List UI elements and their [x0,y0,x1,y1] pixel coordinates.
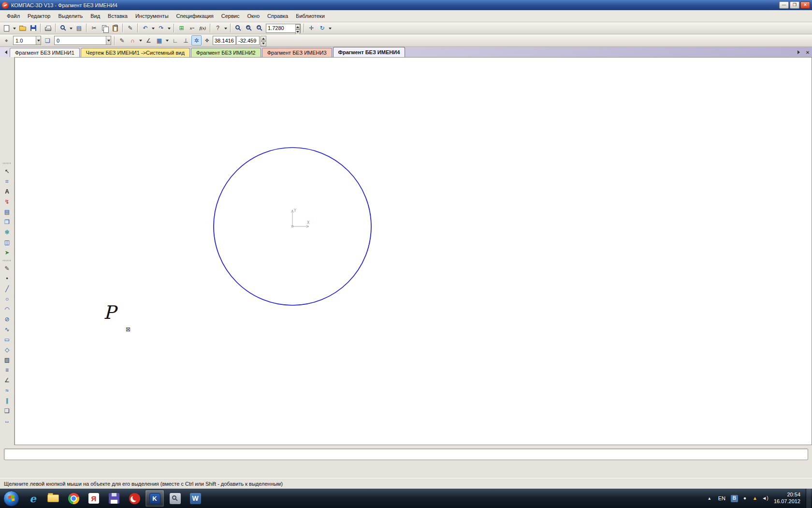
menu-select[interactable]: Выделить [54,11,87,21]
print-button[interactable] [43,23,53,33]
zoom-input[interactable] [266,25,295,32]
taskbar-viewer-button[interactable] [165,490,185,507]
drawing-area[interactable]: Y X P ⊠ [15,58,812,445]
start-button[interactable] [3,491,19,507]
pencil-button[interactable]: ✎ [117,35,127,45]
menu-specification[interactable]: Спецификация [173,11,218,21]
parametric-mode-button[interactable]: ✲ [191,35,202,45]
rail-settings-tool-button[interactable]: ✻ [1,227,13,237]
refresh-caret[interactable] [328,23,333,33]
coord-spin-up[interactable] [261,36,266,41]
taskbar-yandex-button[interactable]: Я [84,490,103,507]
tab-fragment2[interactable]: Фрагмент БЕЗ ИМЕНИ2 [191,48,261,57]
rail-arc-tool-button[interactable]: ◠ [1,304,13,314]
zoom-out-button[interactable] [254,23,264,33]
coord-x-input[interactable] [213,36,236,45]
menu-help[interactable]: Справка [263,11,292,21]
text-object[interactable]: P [103,302,118,323]
tab-fragment3[interactable]: Фрагмент БЕЗ ИМЕНИ3 [262,48,332,57]
taskbar-chrome-button[interactable] [64,490,83,507]
taskbar-word-button[interactable]: W [186,490,205,507]
rail-run-tool-button[interactable]: ➤ [1,247,13,257]
snaps-magnet-button[interactable]: ∩ [128,35,138,45]
layer-caret[interactable] [106,36,111,45]
clock[interactable]: 20:54 16.07.2012 [774,492,800,505]
spreadsheet-button[interactable]: ⊞ [176,23,187,33]
rail-hatch-tool-button[interactable]: ▨ [1,355,13,365]
tabs-scroll-right-button[interactable] [795,48,803,57]
local-axes-button[interactable]: ∟ [170,35,180,45]
grid-toggle-button[interactable]: ▦ [154,35,164,45]
restore-button[interactable]: ❐ [790,1,799,9]
formula-button[interactable]: f(x) [198,23,208,33]
rail-specification-tool-button[interactable]: ▤ [1,207,13,217]
refresh-button[interactable]: ↻ [317,23,327,33]
vk-tray-icon[interactable]: В [731,495,738,502]
taskbar-red-app-button[interactable] [125,490,144,507]
rail-multiline-tool-button[interactable]: ≡ [1,365,13,375]
open-document-button[interactable] [17,23,28,33]
status-dot-tray-icon[interactable]: ● [741,496,748,501]
point-marker[interactable]: ⊠ [126,326,130,333]
rail-grid-tool-button[interactable]: ⌗ [1,176,13,186]
rail-views-tool-button[interactable]: ❐ [1,217,13,227]
show-hidden-icons-button[interactable]: ▴ [706,496,713,501]
zoom-spin-up[interactable] [295,24,300,30]
panel-grip[interactable] [3,260,12,261]
layer-combo[interactable]: 0 [54,36,111,45]
tab-close-button[interactable]: ✕ [804,48,812,57]
rail-ellipse-tool-button[interactable]: ⊘ [1,314,13,324]
step-caret[interactable] [36,36,41,45]
drawing-canvas[interactable]: Y X P ⊠ [14,57,812,445]
copy-properties-button[interactable]: ✎ [125,23,135,33]
rail-circle-tool-button[interactable]: ○ [1,294,13,304]
undo-button[interactable]: ↶ [140,23,150,33]
step-combo[interactable]: 1.0 [13,36,41,45]
rail-wave-tool-button[interactable]: ≈ [1,385,13,395]
zoom-combo[interactable] [266,24,301,33]
snaps-caret[interactable] [138,35,143,45]
help-caret[interactable] [223,23,228,33]
taskbar-floppy-app-button[interactable] [104,490,124,507]
redo-caret[interactable] [167,23,172,33]
rail-stack-tool-button[interactable]: ❑ [1,405,13,416]
taskbar-kompas-button[interactable]: K [145,490,164,507]
menu-file[interactable]: Файл [3,11,24,21]
cut-button[interactable]: ✂ [89,23,99,33]
warning-tray-icon[interactable]: ▲ [752,496,758,501]
minimize-button[interactable]: — [779,1,789,9]
coord-spin-down[interactable] [261,41,266,46]
preview-caret[interactable] [69,23,73,33]
rail-arrows-tool-button[interactable]: ↔ [1,416,13,426]
tabs-scroll-left-button[interactable] [1,48,9,57]
menu-service[interactable]: Сервис [218,11,244,21]
grid-caret[interactable] [165,35,170,45]
show-desktop-button[interactable] [806,489,811,508]
new-document-button[interactable] [1,23,12,33]
menu-tools[interactable]: Инструменты [131,11,173,21]
layers-button[interactable]: ❏ [43,35,53,45]
menu-editor[interactable]: Редактор [24,11,54,21]
ortho-drawing-button[interactable]: ⊥ [181,35,191,45]
rail-text-tool-button[interactable]: A [1,186,13,196]
rail-parallel-tool-button[interactable]: ∥ [1,395,13,405]
rail-point-tool-button[interactable]: • [1,273,13,284]
redo-button[interactable]: ↷ [156,23,166,33]
variables-button[interactable]: x= [187,23,197,33]
rail-measure-tool-button[interactable]: ↯ [1,196,13,207]
cursor-step-button[interactable]: ⌖ [1,35,12,45]
rail-pencil-tool-button[interactable]: ✎ [1,263,13,273]
tab-fragment1[interactable]: Фрагмент БЕЗ ИМЕНИ1 [10,48,80,57]
rail-spline-tool-button[interactable]: ∿ [1,324,13,334]
menu-insert[interactable]: Вставка [104,11,131,21]
new-document-caret[interactable] [12,23,17,33]
rail-chamfer-tool-button[interactable]: ∠ [1,375,13,385]
taskbar-explorer-button[interactable] [44,490,63,507]
tab-drawing1[interactable]: Чертеж БЕЗ ИМЕНИ1 ->Системный вид [81,48,190,57]
save-document-button[interactable] [28,23,38,33]
rail-library-tool-button[interactable]: ◫ [1,237,13,247]
zoom-in-button[interactable] [244,23,254,33]
rail-polygon-tool-button[interactable]: ◇ [1,344,13,355]
language-indicator[interactable]: EN [716,494,727,502]
message-line-field[interactable] [4,448,808,460]
